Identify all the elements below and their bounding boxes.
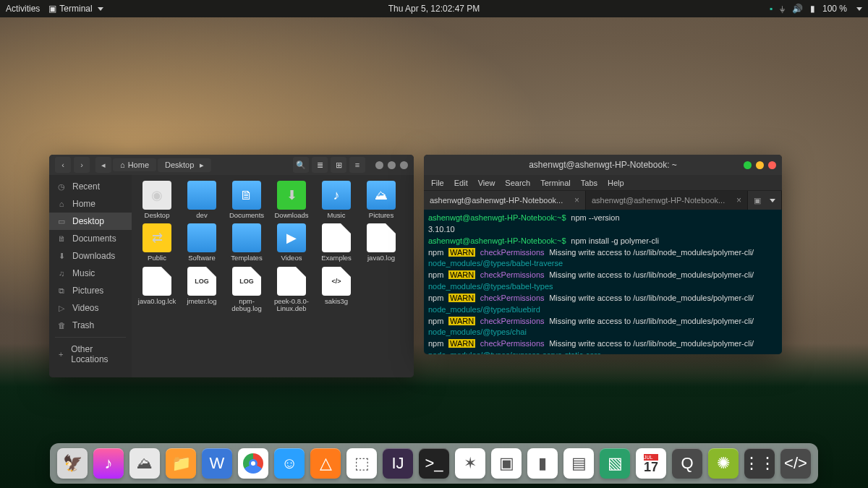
search-button[interactable]: 🔍 <box>293 157 309 173</box>
file-item[interactable]: 🗎Documents <box>224 181 269 219</box>
battery-icon[interactable]: ▮ <box>810 4 815 14</box>
file-item[interactable]: ⬇Downloads <box>269 181 314 219</box>
file-item[interactable]: Software <box>179 223 224 262</box>
sidebar-other-locations[interactable]: +Other Locations <box>49 341 132 368</box>
file-item-label: Software <box>188 254 216 262</box>
icon-view[interactable]: ◉Desktopdev🗎Documents⬇Downloads♪Music⛰Pi… <box>132 175 414 377</box>
dock-tweaks[interactable]: ✺ <box>708 448 739 479</box>
menu-file[interactable]: File <box>431 179 444 187</box>
breadcrumb-desktop[interactable]: Desktop▸ <box>158 158 211 172</box>
sidebar-item-desktop[interactable]: ▭Desktop <box>49 213 132 230</box>
dock-finder[interactable]: ☺ <box>274 448 305 479</box>
dock-chrome[interactable] <box>238 448 268 479</box>
terminal-tabs: ashenwgt@ashenwgt-HP-Notebook...×ashenwg… <box>424 191 782 210</box>
dock-itunes[interactable]: ♪ <box>93 448 124 479</box>
sidebar-item-home[interactable]: ⌂Home <box>49 195 132 213</box>
dock-calendar[interactable]: JUL17 <box>636 448 666 479</box>
wifi-icon[interactable]: ⏚ <box>780 4 785 14</box>
file-item[interactable]: Templates <box>224 223 269 262</box>
terminal-tab[interactable]: ashenwgt@ashenwgt-HP-Notebook...× <box>424 191 586 210</box>
activities-button[interactable]: Activities <box>6 4 40 14</box>
sidebar-item-videos[interactable]: ▷Videos <box>49 299 132 317</box>
window-minimize-button[interactable] <box>744 161 752 169</box>
dock-numbers[interactable]: ▮ <box>527 448 558 479</box>
app-menu[interactable]: ▣ Terminal <box>48 4 103 14</box>
sidebar-item-label: Music <box>72 268 95 278</box>
nav-forward-button[interactable]: › <box>74 157 90 173</box>
window-maximize-button[interactable] <box>756 161 764 169</box>
sidebar-item-documents[interactable]: 🗎Documents <box>49 230 132 247</box>
terminal-tab[interactable]: ashenwgt@ashenwgt-HP-Notebook...× <box>586 191 748 210</box>
nav-back-button[interactable]: ‹ <box>55 157 71 173</box>
dock-photos[interactable]: ⛰ <box>129 448 160 479</box>
file-item[interactable]: ▶Videos <box>269 223 314 262</box>
dock-files[interactable]: 📁 <box>166 448 196 479</box>
dock-launcher[interactable]: ⋮⋮ <box>744 448 775 479</box>
dock-vlc[interactable]: △ <box>310 448 341 479</box>
files-sidebar: ◷Recent⌂Home▭Desktop🗎Documents⬇Downloads… <box>49 175 132 377</box>
file-item[interactable]: ⛰Pictures <box>359 181 404 219</box>
file-item-label: sakis3g <box>325 298 348 305</box>
new-tab-button[interactable]: ▣ <box>748 191 782 210</box>
menu-view[interactable]: View <box>478 179 495 187</box>
view-list-button[interactable]: ≣ <box>312 157 328 173</box>
window-close-button[interactable] <box>400 161 408 169</box>
menu-edit[interactable]: Edit <box>454 179 468 187</box>
file-item[interactable]: java0.log.lck <box>135 267 179 313</box>
dock-settings[interactable]: ⬚ <box>346 448 377 479</box>
dock-browser[interactable]: 🦅 <box>57 448 88 479</box>
sidebar-item-downloads[interactable]: ⬇Downloads <box>49 247 132 265</box>
file-item[interactable]: java0.log <box>359 223 404 262</box>
app-menu-label: Terminal <box>59 4 92 14</box>
close-icon[interactable]: × <box>574 195 579 205</box>
sidebar-item-trash[interactable]: 🗑Trash <box>49 317 132 334</box>
menu-tabs[interactable]: Tabs <box>581 179 597 187</box>
dock-app2[interactable]: ▣ <box>491 448 522 479</box>
file-item[interactable]: dev <box>179 181 224 219</box>
dock-terminal[interactable]: >_ <box>419 448 449 479</box>
menu-terminal[interactable]: Terminal <box>540 179 571 187</box>
file-item[interactable]: LOGjmeter.log <box>179 267 224 313</box>
file-item[interactable]: ◉Desktop <box>135 181 179 219</box>
view-grid-button[interactable]: ⊞ <box>331 157 346 173</box>
hamburger-menu-button[interactable]: ≡ <box>349 157 365 173</box>
file-item[interactable]: ♪Music <box>314 181 359 219</box>
sidebar-item-recent[interactable]: ◷Recent <box>49 178 132 195</box>
window-minimize-button[interactable] <box>375 161 383 169</box>
window-close-button[interactable] <box>768 161 776 169</box>
dock-app1[interactable]: ✶ <box>455 448 485 479</box>
folder-dl-icon: ⬇ <box>277 181 306 210</box>
files-titlebar[interactable]: ‹ › ◂ ⌂Home Desktop▸ 🔍 ≣ ⊞ ≡ <box>49 155 414 175</box>
close-icon[interactable]: × <box>736 195 741 205</box>
indicator-icon[interactable]: ▪ <box>770 4 773 14</box>
file-item[interactable]: Examples <box>314 223 359 262</box>
file-item[interactable]: </>sakis3g <box>314 267 359 313</box>
dock-quicktime[interactable]: Q <box>672 448 702 479</box>
dock-app3[interactable]: ▤ <box>563 448 594 479</box>
sidebar-item-label: Downloads <box>72 251 115 261</box>
menu-help[interactable]: Help <box>608 179 624 187</box>
dock-wps[interactable]: W <box>202 448 232 479</box>
dock-intellij[interactable]: IJ <box>383 448 413 479</box>
file-item[interactable]: peek-0.8.0-Linux.deb <box>269 267 314 313</box>
folder-vid-icon: ▶ <box>277 223 306 252</box>
menu-search[interactable]: Search <box>505 179 530 187</box>
sidebar-item-music[interactable]: ♫Music <box>49 265 132 282</box>
terminal-body[interactable]: ashenwgt@ashenwgt-HP-Notebook:~$ npm --v… <box>424 210 782 354</box>
sidebar-item-pictures[interactable]: ⧉Pictures <box>49 282 132 299</box>
sidebar-item-label: Home <box>72 199 95 209</box>
clock[interactable]: Thu Apr 5, 12:02:47 PM <box>388 4 480 14</box>
files-window: ‹ › ◂ ⌂Home Desktop▸ 🔍 ≣ ⊞ ≡ ◷Recent⌂Hom… <box>49 155 414 377</box>
dock-sublime[interactable]: </> <box>780 448 811 479</box>
volume-icon[interactable]: 🔊 <box>792 4 803 14</box>
file-item[interactable]: LOGnpm-debug.log <box>224 267 269 313</box>
terminal-window: ashenwgt@ashenwgt-HP-Notebook: ~ FileEdi… <box>424 155 782 354</box>
terminal-titlebar[interactable]: ashenwgt@ashenwgt-HP-Notebook: ~ <box>424 155 782 175</box>
dock-app4[interactable]: ▧ <box>600 448 630 479</box>
music-icon: ♫ <box>56 269 67 278</box>
window-maximize-button[interactable] <box>388 161 396 169</box>
breadcrumb-home[interactable]: ⌂Home <box>113 158 156 171</box>
file-item[interactable]: ⇄Public <box>135 223 179 262</box>
sidebar-item-label: Recent <box>72 181 100 192</box>
path-up-icon[interactable]: ◂ <box>95 157 111 173</box>
